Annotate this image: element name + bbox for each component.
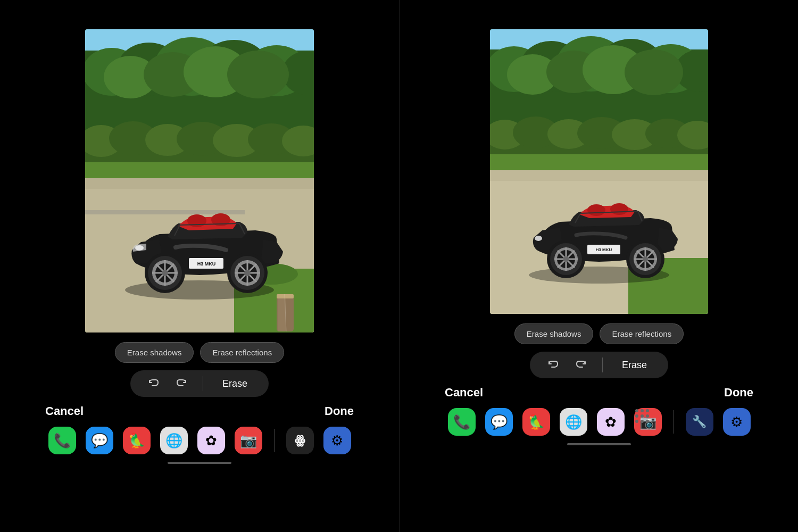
app-blossom[interactable]: ✿: [197, 427, 225, 454]
svg-point-13: [227, 51, 289, 98]
dot-5: [641, 414, 644, 418]
right-erase-shadows-btn[interactable]: Erase shadows: [514, 323, 594, 344]
app-chrome[interactable]: 🌐: [160, 427, 188, 454]
svg-point-103: [643, 256, 648, 262]
right-undo-btn[interactable]: [543, 357, 563, 373]
svg-point-31: [135, 245, 144, 251]
right-done-btn[interactable]: Done: [724, 386, 753, 400]
left-erase-reflections-btn[interactable]: Erase reflections: [200, 342, 284, 363]
app-messages[interactable]: 💬: [86, 427, 113, 454]
dot-1: [635, 409, 638, 412]
svg-rect-54: [277, 294, 294, 298]
dot-6: [646, 414, 649, 418]
svg-point-49: [244, 270, 251, 276]
app-camera[interactable]: 📷: [235, 427, 262, 454]
left-bottom-actions: Cancel Done: [24, 397, 375, 422]
left-app-dock: 📞 💬 🦜 🌐 ✿ 📷 ꙮ ⚙: [24, 422, 375, 462]
svg-point-85: [535, 236, 542, 241]
left-erase-toolbar: Erase: [130, 370, 269, 397]
svg-point-83: [587, 204, 605, 216]
svg-point-84: [610, 203, 628, 215]
dot-2: [641, 409, 644, 412]
right-erase-btn[interactable]: Erase: [613, 358, 655, 373]
dock-divider-right: [674, 410, 674, 434]
app-phone[interactable]: 📞: [48, 427, 76, 454]
svg-text:H3 MKU: H3 MKU: [596, 247, 612, 252]
svg-text:H3 MKU: H3 MKU: [197, 261, 216, 267]
dot-9: [646, 420, 649, 423]
right-image-container: H3 MKU: [490, 29, 708, 314]
left-toolbar-divider: [203, 376, 203, 391]
dot-8: [641, 420, 644, 423]
app-messages-right[interactable]: 💬: [485, 408, 513, 436]
app-wrench[interactable]: 🔧: [686, 408, 713, 436]
left-redo-btn[interactable]: [172, 376, 192, 392]
svg-point-94: [563, 256, 569, 262]
left-pill-buttons: Erase shadows Erase reflections: [115, 342, 284, 363]
right-cancel-btn[interactable]: Cancel: [445, 386, 483, 400]
app-threads[interactable]: ꙮ: [286, 427, 314, 454]
right-bottom-actions: Cancel Done: [423, 378, 775, 404]
app-chrome-right[interactable]: 🌐: [560, 408, 587, 436]
left-done-btn[interactable]: Done: [325, 404, 354, 418]
app-settings-right[interactable]: ⚙: [723, 408, 751, 436]
right-app-dock: 📞 💬 🦜 🌐 ✿ 📷 🔧 ⚙: [448, 404, 751, 443]
dot-7: [635, 420, 638, 423]
app-settings-left[interactable]: ⚙: [323, 427, 351, 454]
left-image-container: H3 MKU: [85, 29, 314, 332]
left-erase-shadows-btn[interactable]: Erase shadows: [115, 342, 194, 363]
right-nav-indicator: [567, 443, 631, 445]
right-toolbar-divider: [602, 358, 603, 372]
right-pill-buttons: Erase shadows Erase reflections: [514, 323, 684, 344]
svg-point-40: [162, 270, 168, 276]
left-erase-btn[interactable]: Erase: [214, 376, 256, 392]
app-duolingo[interactable]: 🦜: [123, 427, 151, 454]
right-redo-btn[interactable]: [571, 357, 592, 373]
dot-3: [646, 409, 649, 412]
app-drawer-dots[interactable]: [635, 409, 649, 423]
left-cancel-btn[interactable]: Cancel: [45, 404, 84, 418]
left-undo-btn[interactable]: [143, 376, 163, 392]
app-phone-right[interactable]: 📞: [448, 408, 476, 436]
app-blossom-right[interactable]: ✿: [597, 408, 625, 436]
dot-4: [635, 414, 638, 418]
right-erase-toolbar: Erase: [530, 352, 668, 378]
right-erase-reflections-btn[interactable]: Erase reflections: [600, 323, 684, 344]
app-duolingo-right[interactable]: 🦜: [522, 408, 550, 436]
svg-point-69: [625, 49, 683, 95]
left-nav-indicator: [168, 462, 231, 464]
dock-divider-left: [274, 429, 275, 452]
